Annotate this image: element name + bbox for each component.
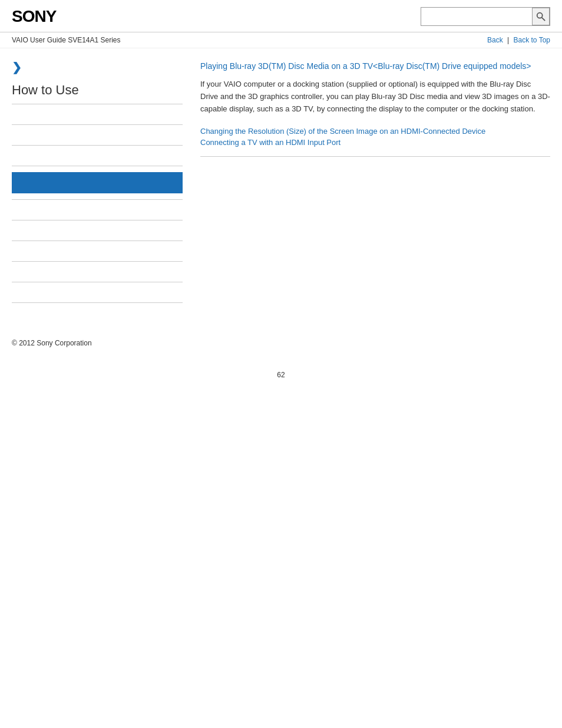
article-content: Playing Blu-ray 3D(TM) Disc Media on a 3… [194, 60, 550, 309]
sidebar-divider-5 [12, 199, 183, 200]
back-link[interactable]: Back [487, 36, 503, 44]
sidebar: ❯ How to Use [12, 60, 194, 309]
article-description: If your VAIO computer or a docking stati… [200, 78, 550, 115]
sidebar-divider-2 [12, 124, 183, 125]
sidebar-chevron-icon[interactable]: ❯ [12, 60, 183, 74]
sidebar-highlighted-item[interactable] [12, 172, 183, 193]
sidebar-divider-7 [12, 241, 183, 241]
sidebar-item-6 [12, 247, 183, 255]
content-divider [200, 156, 550, 157]
search-button[interactable] [532, 8, 550, 25]
sub-link-1[interactable]: Changing the Resolution (Size) of the Sc… [200, 127, 550, 136]
back-to-top-link[interactable]: Back to Top [514, 36, 550, 44]
sidebar-item-8 [12, 288, 183, 297]
sidebar-divider-10 [12, 302, 183, 303]
sidebar-divider-6 [12, 220, 183, 220]
main-article-section: Playing Blu-ray 3D(TM) Disc Media on a 3… [200, 60, 550, 115]
copyright-text: © 2012 Sony Corporation [12, 339, 92, 347]
page-header: SONY [0, 0, 562, 32]
svg-point-0 [537, 13, 543, 18]
page-number: 62 [0, 359, 562, 391]
svg-line-1 [542, 18, 545, 21]
article-title-link[interactable]: Playing Blu-ray 3D(TM) Disc Media on a 3… [200, 60, 550, 73]
sub-links-section: Changing the Resolution (Size) of the Sc… [200, 127, 550, 147]
sidebar-divider-1 [12, 104, 183, 104]
nav-bar: VAIO User Guide SVE14A1 Series Back | Ba… [0, 32, 562, 48]
sidebar-section-title: How to Use [12, 83, 183, 98]
sony-logo: SONY [12, 7, 56, 26]
sidebar-divider-3 [12, 145, 183, 146]
guide-title: VAIO User Guide SVE14A1 Series [12, 36, 121, 44]
nav-links: Back | Back to Top [487, 36, 550, 44]
sidebar-item-1 [12, 110, 183, 118]
search-icon [535, 11, 546, 22]
sidebar-item-2 [12, 131, 183, 139]
sidebar-item-7 [12, 268, 183, 276]
search-input[interactable] [421, 8, 550, 25]
page-footer: © 2012 Sony Corporation [0, 321, 562, 359]
sidebar-item-4 [12, 206, 183, 214]
sidebar-item-5 [12, 226, 183, 235]
sidebar-item-3 [12, 151, 183, 160]
nav-separator: | [507, 36, 509, 44]
sub-link-2[interactable]: Connecting a TV with an HDMI Input Port [200, 138, 550, 147]
sidebar-divider-8 [12, 261, 183, 262]
search-box[interactable] [421, 7, 550, 26]
sidebar-divider-4 [12, 166, 183, 166]
main-content: ❯ How to Use Playing Blu-ray 3D(TM) Disc… [0, 48, 562, 321]
sidebar-divider-9 [12, 282, 183, 282]
